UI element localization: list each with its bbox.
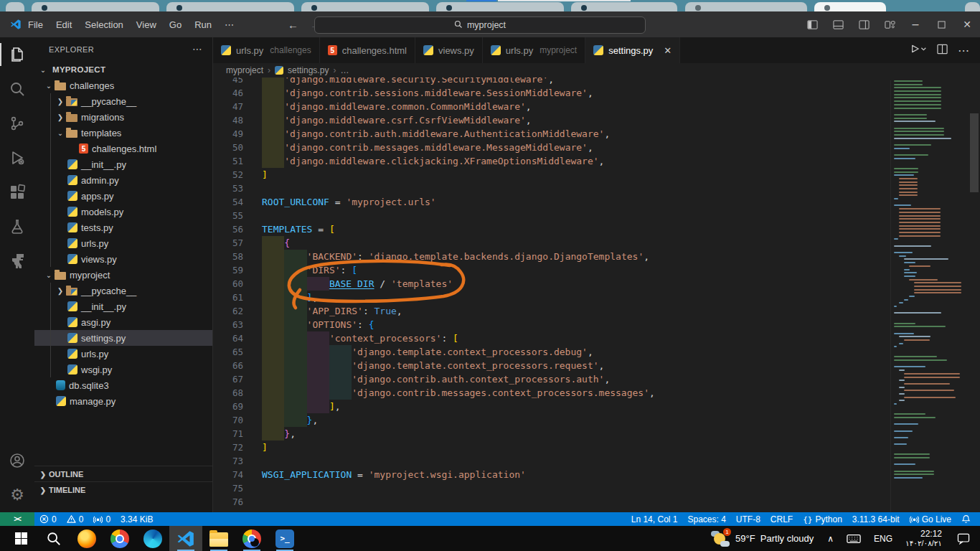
explorer-more-actions-icon[interactable]: ⋯: [192, 43, 202, 55]
outline-pane-header[interactable]: ❯OUTLINE: [34, 466, 212, 482]
tree-item-challengeshtml[interactable]: 5challenges.html: [34, 141, 212, 156]
status-0[interactable]: 0: [88, 512, 116, 526]
activity-explorer-icon[interactable]: [0, 37, 34, 72]
tree-item-pycache[interactable]: ❯__pycache__: [34, 283, 212, 298]
tree-item-testspy[interactable]: tests.py: [34, 220, 212, 235]
browser-tab[interactable]: [166, 2, 294, 11]
menu-item-edit[interactable]: Edit: [50, 19, 78, 30]
activity-account-icon[interactable]: [0, 443, 34, 478]
nav-back-icon[interactable]: ←: [288, 19, 298, 31]
status-ln-14-col-1[interactable]: Ln 14, Col 1: [626, 512, 683, 526]
activity-source-control-icon[interactable]: [0, 106, 34, 141]
tree-item-asgipy[interactable]: asgi.py: [34, 314, 212, 330]
close-button[interactable]: ✕: [954, 11, 980, 37]
breadcrumb-folder[interactable]: myproject: [226, 65, 263, 75]
tree-item-pycache[interactable]: ❯__pycache__: [34, 93, 212, 109]
split-editor-icon[interactable]: [937, 44, 948, 57]
taskbar-powershell-icon[interactable]: >_: [268, 526, 301, 551]
taskbar-chrome-profile-icon[interactable]: [235, 526, 268, 551]
language-indicator[interactable]: ENG: [867, 526, 899, 551]
taskbar-start-icon[interactable]: [4, 526, 37, 551]
more-actions-icon[interactable]: ⋯: [958, 44, 970, 57]
taskbar-firefox-icon[interactable]: [70, 526, 103, 551]
editor-tab-challengeshtml[interactable]: 5challenges.html: [320, 37, 415, 63]
status-go-live[interactable]: Go Live: [905, 512, 956, 526]
customize-layout-icon[interactable]: [877, 11, 903, 37]
browser-tab[interactable]: [32, 2, 159, 11]
code-editor[interactable]: 45'django.middleware.security.SecurityMi…: [213, 77, 980, 512]
tab-close-icon[interactable]: ✕: [664, 45, 672, 56]
breadcrumb-file[interactable]: settings.py: [288, 65, 329, 75]
status-utf-8[interactable]: UTF-8: [731, 512, 765, 526]
remote-indicator[interactable]: ><: [0, 512, 34, 526]
menu-item-file[interactable]: File: [22, 19, 50, 30]
menu-item-go[interactable]: Go: [163, 19, 188, 30]
browser-tab[interactable]: [301, 2, 429, 11]
taskbar-file-explorer-icon[interactable]: [202, 526, 235, 551]
browser-tab[interactable]: [436, 2, 564, 11]
tray-overflow-chevron-icon[interactable]: ∧: [821, 526, 840, 551]
editor-tab-settingspy[interactable]: settings.py✕: [585, 37, 680, 63]
tree-item-initpy[interactable]: __init__.py: [34, 156, 212, 172]
command-center-search[interactable]: myproject: [314, 17, 646, 34]
menu-item-selection[interactable]: Selection: [78, 19, 129, 30]
status-crlf[interactable]: CRLF: [765, 512, 798, 526]
tree-item-dbsqlite3[interactable]: db.sqlite3: [34, 377, 212, 393]
toggle-sidebar-icon[interactable]: [799, 11, 825, 37]
tree-item-migrations[interactable]: ❯migrations: [34, 109, 212, 125]
taskbar-search-icon[interactable]: [37, 526, 70, 551]
status-spaces-4[interactable]: Spaces: 4: [682, 512, 730, 526]
activity-search-icon[interactable]: [0, 72, 34, 106]
tree-item-challenges[interactable]: ⌄challenges: [34, 77, 212, 93]
run-python-file-icon[interactable]: [911, 44, 927, 57]
taskbar-chrome-icon[interactable]: [103, 526, 136, 551]
taskbar-weather-widget[interactable]: 1 59°F Partly cloudy: [704, 530, 821, 547]
status-0[interactable]: 0: [62, 512, 89, 526]
background-browser-tab-strip[interactable]: [0, 0, 980, 11]
tree-item-adminpy[interactable]: admin.py: [34, 172, 212, 188]
editor-tab-urlspy[interactable]: urls.pymyproject: [483, 37, 585, 63]
status-0[interactable]: 0: [34, 512, 62, 526]
tree-item-myproject[interactable]: ⌄myproject: [34, 267, 212, 283]
activity-run-debug-icon[interactable]: [0, 141, 34, 175]
touch-keyboard-icon[interactable]: [840, 526, 867, 551]
menu-item-run[interactable]: Run: [188, 19, 218, 30]
tree-root-myproject[interactable]: ⌄MYPROJECT: [34, 62, 212, 77]
activity-dino-icon[interactable]: [0, 244, 34, 278]
tree-item-urlspy[interactable]: urls.py: [34, 235, 212, 251]
tree-item-initpy[interactable]: __init__.py: [34, 298, 212, 314]
tree-item-wsgipy[interactable]: wsgi.py: [34, 362, 212, 377]
tree-item-managepy[interactable]: manage.py: [34, 393, 212, 409]
taskbar-vscode-icon[interactable]: [169, 526, 202, 551]
tree-item-settingspy[interactable]: settings.py: [34, 330, 212, 346]
tree-item-modelspy[interactable]: models.py: [34, 204, 212, 220]
tree-item-viewspy[interactable]: views.py: [34, 251, 212, 267]
activity-settings-gear-icon[interactable]: ⚙: [0, 478, 34, 512]
clock[interactable]: 22:12 ۱۴۰۲/۰۸/۲۱: [899, 526, 951, 551]
browser-tab[interactable]: [571, 2, 677, 11]
browser-tab[interactable]: [685, 2, 807, 11]
toggle-panel-icon[interactable]: [825, 11, 851, 37]
editor-scrollbar[interactable]: [970, 113, 979, 192]
status-bell[interactable]: [956, 512, 976, 526]
browser-tab[interactable]: [814, 2, 886, 11]
breadcrumb[interactable]: myproject › settings.py › …: [213, 63, 980, 77]
notification-center-icon[interactable]: [951, 526, 980, 551]
activity-testing-icon[interactable]: [0, 209, 34, 244]
menu-item-more[interactable]: ⋯: [218, 19, 240, 30]
status-3-34-kib[interactable]: 3.34 KiB: [116, 512, 158, 526]
browser-tab[interactable]: [965, 2, 980, 11]
tree-item-templates[interactable]: ⌄templates: [34, 125, 212, 141]
toggle-secondary-sidebar-icon[interactable]: [851, 11, 877, 37]
browser-tab[interactable]: [6, 2, 24, 11]
taskbar-edge-icon[interactable]: [136, 526, 169, 551]
minimize-button[interactable]: –: [903, 11, 928, 37]
minimap[interactable]: [890, 80, 963, 512]
status-3-11-3-64-bit[interactable]: 3.11.3 64-bit: [847, 512, 905, 526]
status-python[interactable]: {}Python: [798, 512, 847, 526]
breadcrumb-symbol[interactable]: …: [340, 65, 349, 75]
activity-extensions-icon[interactable]: [0, 175, 34, 209]
tree-item-urlspy[interactable]: urls.py: [34, 346, 212, 362]
tree-item-appspy[interactable]: apps.py: [34, 188, 212, 204]
maximize-button[interactable]: [928, 11, 954, 37]
